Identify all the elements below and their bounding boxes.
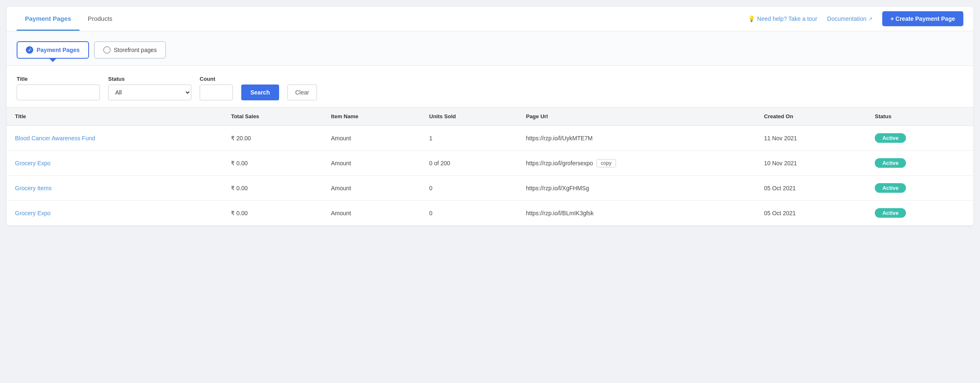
row-item-name: Amount <box>323 151 421 176</box>
check-icon: ✓ <box>26 46 33 54</box>
row-page-url: https://rzp.io/l/BLmIK3gfsk <box>517 201 755 226</box>
row-page-url: https://rzp.io/l/grofersexpocopy <box>517 151 755 176</box>
segment-payment-pages[interactable]: ✓ Payment Pages <box>17 41 89 59</box>
create-payment-page-button[interactable]: + Create Payment Page <box>882 11 963 26</box>
row-units-sold: 0 <box>421 176 518 201</box>
external-link-icon: ↗ <box>869 16 872 22</box>
row-created-on: 11 Nov 2021 <box>756 126 866 151</box>
row-units-sold: 0 of 200 <box>421 151 518 176</box>
status-badge: Active <box>875 158 906 168</box>
status-badge: Active <box>875 133 906 143</box>
row-units-sold: 0 <box>421 201 518 226</box>
status-select[interactable]: All Active Inactive <box>108 85 191 100</box>
table-header: Title Total Sales Item Name Units Sold P… <box>7 107 973 126</box>
title-label: Title <box>17 76 100 82</box>
row-status: Active <box>866 176 973 201</box>
count-label: Count <box>200 76 233 82</box>
row-title-link[interactable]: Grocery Items <box>15 185 52 192</box>
help-tour-link[interactable]: 💡 Need help? Take a tour <box>748 15 817 22</box>
page-url-text: https://rzp.io/l/BLmIK3gfsk <box>526 210 594 216</box>
row-total-sales: ₹ 0.00 <box>223 151 322 176</box>
row-created-on: 10 Nov 2021 <box>756 151 866 176</box>
count-field-group: Count <box>200 76 233 100</box>
row-total-sales: ₹ 20.00 <box>223 126 322 151</box>
table-row: Grocery Expo ₹ 0.00 Amount 0 https://rzp… <box>7 201 973 226</box>
col-total-sales: Total Sales <box>223 107 322 126</box>
col-created-on: Created On <box>756 107 866 126</box>
tab-payment-pages[interactable]: Payment Pages <box>17 7 79 31</box>
col-page-url: Page Url <box>517 107 755 126</box>
search-area: Title Status All Active Inactive Count S… <box>7 66 973 107</box>
top-nav: Payment Pages Products 💡 Need help? Take… <box>7 7 973 31</box>
page-url-text: https://rzp.io/l/UykMTE7M <box>526 135 592 142</box>
row-title-link[interactable]: Grocery Expo <box>15 210 51 216</box>
col-title: Title <box>7 107 223 126</box>
row-total-sales: ₹ 0.00 <box>223 176 322 201</box>
title-input[interactable] <box>17 85 100 100</box>
row-created-on: 05 Oct 2021 <box>756 176 866 201</box>
segment-storefront-pages[interactable]: Storefront pages <box>94 41 166 59</box>
row-status: Active <box>866 201 973 226</box>
row-page-url: https://rzp.io/l/XgFHMSg <box>517 176 755 201</box>
col-units-sold: Units Sold <box>421 107 518 126</box>
payment-pages-table: Title Total Sales Item Name Units Sold P… <box>7 107 973 226</box>
count-input[interactable] <box>200 85 233 100</box>
table-container: Title Total Sales Item Name Units Sold P… <box>7 107 973 226</box>
status-badge: Active <box>875 183 906 193</box>
filter-section: ✓ Payment Pages Storefront pages <box>7 31 973 66</box>
search-button[interactable]: Search <box>241 85 279 100</box>
copy-button[interactable]: copy <box>596 159 616 167</box>
nav-tabs: Payment Pages Products <box>17 7 121 31</box>
row-page-url: https://rzp.io/l/UykMTE7M <box>517 126 755 151</box>
table-row: Blood Cancer Awareness Fund ₹ 20.00 Amou… <box>7 126 973 151</box>
radio-icon <box>103 46 111 54</box>
segment-buttons: ✓ Payment Pages Storefront pages <box>17 41 963 59</box>
status-badge: Active <box>875 208 906 218</box>
row-title-link[interactable]: Grocery Expo <box>15 160 51 167</box>
page-url-text: https://rzp.io/l/XgFHMSg <box>526 185 589 192</box>
status-field-group: Status All Active Inactive <box>108 76 191 100</box>
nav-actions: 💡 Need help? Take a tour Documentation ↗… <box>748 11 963 26</box>
search-fields: Title Status All Active Inactive Count S… <box>17 76 963 100</box>
tab-products[interactable]: Products <box>79 7 121 31</box>
table-row: Grocery Items ₹ 0.00 Amount 0 https://rz… <box>7 176 973 201</box>
title-field-group: Title <box>17 76 100 100</box>
row-status: Active <box>866 126 973 151</box>
row-item-name: Amount <box>323 201 421 226</box>
bulb-icon: 💡 <box>748 15 755 22</box>
documentation-link[interactable]: Documentation ↗ <box>827 15 872 22</box>
row-title-link[interactable]: Blood Cancer Awareness Fund <box>15 135 95 142</box>
col-status: Status <box>866 107 973 126</box>
row-created-on: 05 Oct 2021 <box>756 201 866 226</box>
row-status: Active <box>866 151 973 176</box>
status-label: Status <box>108 76 191 82</box>
page-url-text: https://rzp.io/l/grofersexpo <box>526 160 593 167</box>
row-units-sold: 1 <box>421 126 518 151</box>
clear-button[interactable]: Clear <box>287 85 317 100</box>
row-item-name: Amount <box>323 126 421 151</box>
table-body: Blood Cancer Awareness Fund ₹ 20.00 Amou… <box>7 126 973 226</box>
col-item-name: Item Name <box>323 107 421 126</box>
row-item-name: Amount <box>323 176 421 201</box>
table-row: Grocery Expo ₹ 0.00 Amount 0 of 200 http… <box>7 151 973 176</box>
row-total-sales: ₹ 0.00 <box>223 201 322 226</box>
